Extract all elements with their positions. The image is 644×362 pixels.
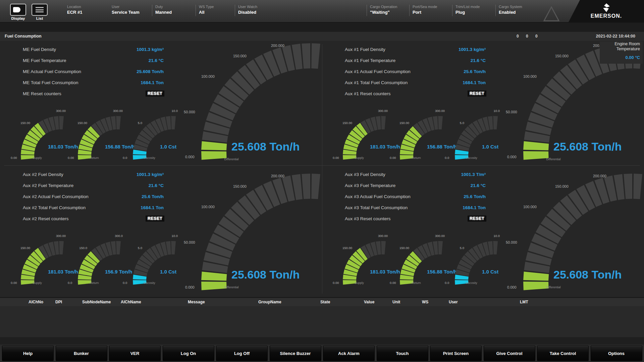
- field-divider: [495, 5, 496, 16]
- button-log-on[interactable]: Log On: [163, 346, 214, 361]
- svg-text:0.0: 0.0: [445, 281, 449, 285]
- viscosity-gauge-label: Viscosity: [453, 281, 490, 285]
- display-button[interactable]: Display: [9, 4, 27, 20]
- reset-button-aux1[interactable]: RESET: [468, 90, 486, 97]
- field-label: Aux #1 Actual Fuel Consumption: [345, 69, 411, 74]
- svg-text:10.0: 10.0: [494, 109, 500, 113]
- svg-text:100.000: 100.000: [523, 205, 537, 209]
- svg-text:150.00: 150.00: [342, 121, 352, 125]
- svg-text:300.00: 300.00: [378, 234, 388, 238]
- return-gauge: 0.0150.0300.0: [66, 230, 123, 286]
- button-silence-buzzer[interactable]: Silence Buzzer: [270, 346, 321, 361]
- field-label: Aux #3 Fuel Temperature: [345, 183, 395, 188]
- supply-gauge-label: Supply: [19, 281, 56, 285]
- status-field-port-sea-mode: Port/Sea modePort: [413, 5, 437, 15]
- alarm-column-user: User: [449, 300, 458, 304]
- button-give-control[interactable]: Give Control: [484, 346, 535, 361]
- button-bunker[interactable]: Bunker: [56, 346, 107, 361]
- differential-gauge-value: 25.608 Ton/h: [553, 140, 622, 153]
- engine-room-label-2: Temperature: [600, 47, 640, 52]
- viscosity-gauge-value: 1.0 Cst: [160, 269, 176, 275]
- svg-text:150.00: 150.00: [77, 121, 87, 125]
- list-button[interactable]: List: [31, 4, 48, 20]
- supply-gauge-label: Supply: [19, 156, 56, 160]
- svg-text:50.000: 50.000: [184, 110, 195, 114]
- svg-text:100.000: 100.000: [201, 205, 215, 209]
- field-value: 21.6 °C: [97, 183, 164, 188]
- field-divider: [409, 5, 410, 16]
- panel-me: ME Fuel Density1001.3 kg/m³ME Fuel Tempe…: [3, 41, 322, 166]
- reset-button-aux2[interactable]: RESET: [146, 216, 164, 222]
- field-label: Aux #3 Actual Fuel Consumption: [345, 194, 411, 199]
- svg-text:300.00: 300.00: [56, 234, 66, 238]
- svg-text:10.0: 10.0: [494, 234, 500, 238]
- field-value: 21.6 °C: [419, 183, 486, 188]
- alarm-table-body[interactable]: [0, 306, 644, 337]
- status-field-user-watch: User WatchDisabled: [238, 5, 257, 15]
- svg-text:150.000: 150.000: [555, 54, 569, 58]
- page-title: Fuel Consumption: [5, 34, 42, 39]
- field-value: 1684.1 Ton: [97, 205, 164, 210]
- display-icon: [13, 7, 20, 12]
- svg-text:300.00: 300.00: [56, 109, 66, 113]
- svg-text:0.000: 0.000: [185, 155, 195, 159]
- svg-text:0.00: 0.00: [390, 156, 396, 160]
- svg-text:150.000: 150.000: [233, 184, 247, 188]
- differential-gauge-value: 25.608 Ton/h: [231, 268, 300, 281]
- button-options[interactable]: Options: [591, 346, 642, 361]
- svg-text:50.000: 50.000: [184, 240, 195, 244]
- field-label: Aux #1 Fuel Density: [345, 47, 385, 52]
- viscosity-gauge-label: Viscosity: [453, 156, 490, 160]
- svg-text:5.0: 5.0: [138, 246, 142, 250]
- svg-text:50.000: 50.000: [506, 240, 517, 244]
- supply-gauge: 0.00150.00300.00: [331, 230, 388, 286]
- field-value: 21.6 °C: [419, 58, 486, 63]
- svg-text:0.0: 0.0: [123, 156, 127, 160]
- field-label: Aux #1 Total Fuel Consumption: [345, 80, 408, 85]
- reset-counters-label: Aux #2 Reset counters: [23, 216, 69, 221]
- return-gauge-label: Return: [76, 281, 113, 285]
- viscosity-gauge: 0.05.010.0: [121, 105, 178, 161]
- button-ack-alarm[interactable]: Ack Alarm: [323, 346, 375, 361]
- field-value: 1684.1 Ton: [97, 80, 164, 85]
- alarm-column-ws: WS: [422, 300, 428, 304]
- field-label: Aux #3 Fuel Density: [345, 172, 385, 177]
- status-field-cargo-system: Cargo SystemEnabled: [499, 5, 522, 15]
- svg-text:0.00: 0.00: [390, 281, 396, 285]
- panel-aux3: Aux #3 Fuel Density1001.3 T/m³Aux #3 Fue…: [325, 166, 644, 291]
- return-gauge-label: Return: [76, 156, 113, 160]
- button-print-screen[interactable]: Print Screen: [430, 346, 482, 361]
- button-ver[interactable]: VER: [109, 346, 161, 361]
- field-label: Aux #1 Fuel Temperature: [345, 58, 395, 63]
- status-field-cargo-operation: Cargo Operation"Waiting": [370, 5, 397, 15]
- svg-text:150.000: 150.000: [555, 184, 569, 188]
- spacer-strip: [0, 23, 644, 32]
- field-value: 1001.3 T/m³: [419, 172, 486, 177]
- status-field-duty: DutyManned: [155, 5, 172, 15]
- field-label: ME Actual Fuel Consumption: [23, 69, 81, 74]
- panel-aux2: Aux #2 Fuel Density1001.3 kg/m³Aux #2 Fu…: [3, 166, 322, 291]
- svg-text:0.0: 0.0: [445, 156, 449, 160]
- field-divider: [452, 5, 452, 16]
- bottom-button-bar: HelpBunkerVERLog OnLog OffSilence Buzzer…: [0, 345, 644, 362]
- alarm-column-subnodename: SubNodeName: [82, 300, 111, 304]
- button-log-off[interactable]: Log Off: [216, 346, 268, 361]
- svg-text:0.00: 0.00: [333, 156, 339, 160]
- svg-text:150.00: 150.00: [399, 121, 409, 125]
- supply-gauge-label: Supply: [341, 281, 378, 285]
- field-label: ME Fuel Density: [23, 47, 56, 52]
- svg-text:10.0: 10.0: [172, 234, 178, 238]
- status-field-ws-type: WS TypeAll: [199, 5, 214, 15]
- return-gauge: 0.00150.00300.00: [388, 230, 445, 286]
- svg-text:150.0: 150.0: [79, 246, 87, 250]
- alarm-column-message: Message: [188, 300, 205, 304]
- button-touch[interactable]: Touch: [377, 346, 428, 361]
- reset-button-me[interactable]: RESET: [146, 90, 164, 97]
- field-divider: [196, 5, 196, 16]
- button-take-control[interactable]: Take Control: [537, 346, 589, 361]
- reset-button-aux3[interactable]: RESET: [468, 216, 486, 222]
- return-gauge: 0.00150.00300.00: [66, 105, 123, 161]
- spacer-strip-bottom: [0, 337, 644, 345]
- button-help[interactable]: Help: [2, 346, 54, 361]
- viscosity-gauge-label: Viscosity: [131, 156, 168, 160]
